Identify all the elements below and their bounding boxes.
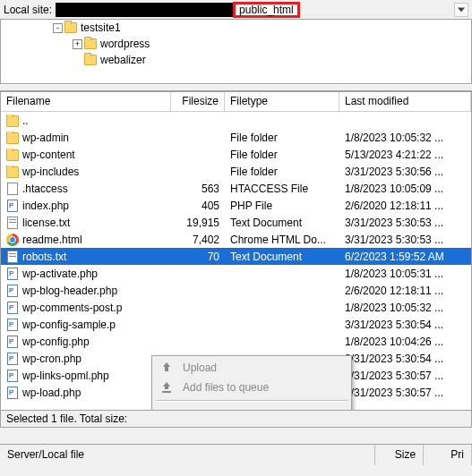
cell-type: HTACCESS File: [225, 183, 339, 195]
cell-type: File folder: [225, 166, 339, 178]
queue-col-file[interactable]: Server/Local file: [0, 445, 375, 465]
queue-col-priority[interactable]: Pri: [424, 445, 472, 465]
cell-mod: 1/8/2023 10:05:32 ...: [339, 302, 471, 314]
cell-mod: 3/31/2023 5:30:54 ...: [339, 353, 471, 365]
tree-item[interactable]: webalizer: [1, 52, 471, 68]
menu-separator: [156, 400, 348, 402]
cell-mod: 2/6/2020 12:18:11 ...: [339, 200, 471, 212]
file-name: wp-content: [22, 149, 75, 161]
upload-icon: [159, 361, 174, 375]
redacted-path: [56, 3, 235, 17]
php-icon: [6, 268, 19, 280]
php-icon: [6, 200, 19, 212]
cell-type: Text Document: [225, 251, 339, 263]
menu-label: Add files to queue: [183, 381, 269, 394]
php-icon: [6, 319, 19, 331]
file-row[interactable]: index.php405PHP File2/6/2020 12:18:11 ..…: [1, 197, 471, 214]
queue-col-size[interactable]: Size: [375, 445, 424, 465]
file-name: wp-links-opml.php: [22, 370, 109, 382]
tree-label: testsite1: [81, 21, 121, 34]
cell-size: 19,915: [171, 217, 225, 229]
cell-mod: 3/31/2023 5:30:53 ...: [339, 217, 471, 229]
col-lastmodified[interactable]: Last modified: [339, 92, 471, 111]
tree-label: webalizer: [100, 54, 146, 66]
file-name: wp-includes: [22, 166, 79, 178]
file-row[interactable]: wp-config-sample.p3/31/2023 5:30:54 ...: [1, 316, 471, 333]
file-row[interactable]: wp-config.php1/8/2023 10:04:26 ...: [1, 333, 471, 350]
cell-size: 7,402: [171, 234, 225, 246]
queue-header: Server/Local file Size Pri: [0, 444, 472, 465]
cell-mod: 3/31/2023 5:30:57 ...: [339, 387, 471, 399]
menu-item-add-files-to-queue: Add files to queue: [154, 378, 349, 397]
file-row[interactable]: robots.txt70Text Document6/2/2023 1:59:5…: [1, 248, 471, 265]
file-row[interactable]: wp-includesFile folder3/31/2023 5:30:56 …: [1, 163, 471, 180]
file-name: wp-config.php: [22, 336, 90, 348]
folder-icon: [84, 38, 97, 49]
file-row[interactable]: wp-blog-header.php2/6/2020 12:18:11 ...: [1, 282, 471, 299]
file-name: robots.txt: [22, 251, 66, 263]
tree-expander-icon[interactable]: +: [73, 39, 82, 49]
doc-icon: [6, 251, 19, 263]
file-name: ..: [22, 115, 29, 127]
file-row[interactable]: wp-comments-post.p1/8/2023 10:05:32 ...: [1, 299, 471, 316]
cell-mod: 1/8/2023 10:05:09 ...: [339, 183, 471, 195]
file-row[interactable]: wp-adminFile folder1/8/2023 10:05:32 ...: [1, 129, 471, 146]
cell-mod: 1/8/2023 10:05:32 ...: [339, 132, 471, 144]
file-row[interactable]: license.txt19,915Text Document3/31/2023 …: [1, 214, 471, 231]
php-icon: [6, 370, 19, 382]
path-highlight[interactable]: public_html: [233, 2, 300, 18]
folder-icon: [6, 166, 19, 178]
php-icon: [6, 353, 19, 365]
cell-size: 563: [171, 183, 225, 195]
file-name: wp-comments-post.p: [22, 302, 122, 314]
tree-item[interactable]: -testsite1: [1, 20, 471, 36]
php-icon: [6, 336, 19, 348]
file-name: wp-load.php: [22, 387, 81, 399]
col-filename[interactable]: Filename: [1, 92, 171, 111]
tree-expander-icon[interactable]: -: [53, 23, 63, 33]
file-row[interactable]: wp-contentFile folder5/13/2023 4:21:22 .…: [1, 146, 471, 163]
local-site-label: Local site:: [4, 4, 52, 16]
folder-icon: [64, 22, 77, 33]
col-filetype[interactable]: Filetype: [225, 92, 339, 111]
spacer: [0, 428, 472, 444]
file-name: wp-blog-header.php: [22, 285, 117, 297]
cell-mod: 1/8/2023 10:05:31 ...: [339, 268, 471, 280]
local-site-bar: Local site: public_html: [0, 0, 472, 20]
htaccess-icon: [6, 183, 19, 195]
pane-splitter[interactable]: [0, 84, 472, 91]
tree-label: wordpress: [100, 38, 150, 50]
folder-tree[interactable]: -testsite1+wordpresswebalizer: [0, 20, 472, 84]
cell-mod: 1/8/2023 10:04:26 ...: [339, 336, 471, 348]
col-filesize[interactable]: Filesize: [171, 92, 225, 111]
php-icon: [6, 302, 19, 314]
menu-label: Upload: [183, 361, 217, 374]
cell-size: 70: [171, 251, 225, 263]
file-row[interactable]: ..: [1, 112, 471, 129]
file-row[interactable]: readme.html7,402Chrome HTML Do...3/31/20…: [1, 231, 471, 248]
menu-item-upload: Upload: [154, 358, 349, 378]
file-name: license.txt: [22, 217, 70, 229]
cell-mod: 3/31/2023 5:30:53 ...: [339, 234, 471, 246]
folder-icon: [6, 115, 19, 127]
dropdown-arrow-icon[interactable]: [454, 3, 468, 17]
menu-item-open[interactable]: Open: [154, 404, 349, 410]
folder-icon: [6, 149, 19, 161]
cell-mod: 5/13/2023 4:21:22 ...: [339, 149, 471, 161]
file-row[interactable]: .htaccess563HTACCESS File1/8/2023 10:05:…: [1, 180, 471, 197]
cell-size: 405: [171, 200, 225, 212]
folder-icon: [84, 55, 97, 65]
chrome-icon: [6, 234, 19, 246]
tree-item[interactable]: +wordpress: [1, 36, 471, 52]
file-name: wp-admin: [22, 132, 69, 144]
file-name: index.php: [22, 200, 69, 212]
file-name: wp-cron.php: [22, 353, 82, 365]
file-name: wp-config-sample.p: [22, 319, 116, 331]
cell-mod: 3/31/2023 5:30:57 ...: [339, 370, 471, 382]
cell-type: PHP File: [225, 200, 339, 212]
status-text: Selected 1 file. Total size:: [6, 412, 127, 425]
file-name: .htaccess: [22, 183, 68, 195]
file-row[interactable]: wp-activate.php1/8/2023 10:05:31 ...: [1, 265, 471, 282]
context-menu[interactable]: UploadAdd files to queueOpenEditCreate d…: [151, 355, 352, 410]
folder-icon: [6, 132, 19, 144]
